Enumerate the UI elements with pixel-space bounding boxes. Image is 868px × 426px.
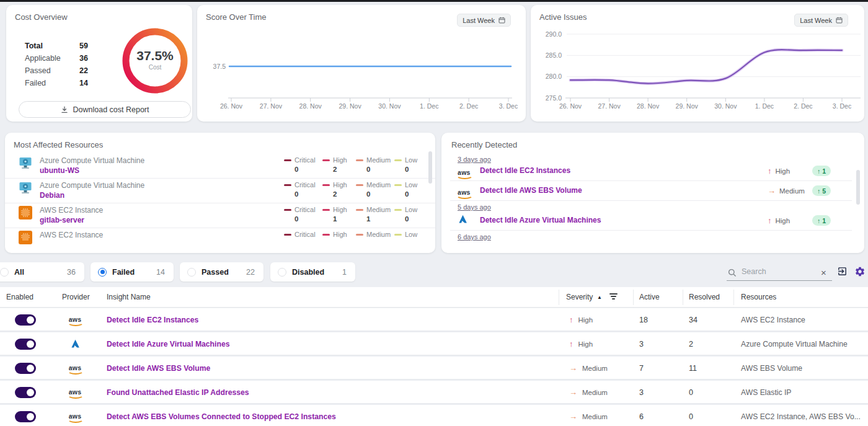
filter-passed[interactable]: Passed 22 [180, 262, 264, 282]
resource-name-link[interactable]: ubuntu-WS [40, 166, 79, 175]
delta-badge: ↑ 1 [812, 166, 831, 176]
col-resources: Resources [741, 293, 776, 301]
svg-text:37.5: 37.5 [213, 63, 226, 70]
filter-failed[interactable]: Failed 14 [91, 262, 174, 282]
svg-text:27. Nov: 27. Nov [260, 102, 283, 110]
download-cost-report-button[interactable]: Download cost Report [19, 101, 191, 118]
svg-text:275.0: 275.0 [546, 94, 562, 102]
delta-badge: ↑ 1 [812, 215, 831, 226]
svg-text:27. Nov: 27. Nov [598, 102, 621, 110]
aws-logo: aws [458, 186, 471, 199]
azure-vm-icon [19, 156, 32, 170]
high-dash [322, 159, 330, 161]
insight-link[interactable]: Detect AWS EBS Volumes Connected to Stop… [107, 412, 336, 421]
critical-dash [284, 159, 291, 161]
resource-row: AWS EC2 Instance gitlab-server Critical … [5, 203, 435, 228]
resource-row: Azure Compute Virtual Machine Debian Cri… [5, 179, 435, 203]
aws-logo: aws [458, 166, 471, 179]
enabled-toggle[interactable] [15, 339, 36, 350]
high-dash [322, 184, 330, 186]
svg-text:30. Nov: 30. Nov [714, 102, 737, 110]
column-filter-icon[interactable] [609, 293, 618, 301]
search-input[interactable] [740, 267, 808, 277]
stat-failed: Failed 14 [25, 77, 94, 89]
critical-dash [284, 184, 291, 186]
critical-dash [284, 234, 291, 236]
aws-ec2-icon [19, 206, 32, 220]
azure-vm-icon [19, 181, 32, 195]
gear-icon[interactable] [854, 266, 866, 280]
table-row: aws Detect Idle AWS EBS Volume → Medium … [0, 357, 868, 380]
col-insight: Insight Name [107, 293, 151, 301]
sort-ascending-icon[interactable]: ▲ [597, 295, 602, 300]
col-resolved: Resolved [689, 293, 720, 301]
age-link[interactable]: 6 days ago [458, 233, 491, 241]
download-icon [61, 106, 68, 113]
resource-name-link[interactable]: Debian [40, 191, 64, 200]
low-dash [394, 184, 402, 186]
table-row: Detect Idle Azure Virtual Machines ↑ Hig… [0, 332, 868, 356]
low-dash [394, 209, 402, 211]
filter-all[interactable]: All 36 [0, 262, 84, 282]
svg-text:290.0: 290.0 [546, 30, 562, 38]
severity-up-arrow: ↑ [569, 315, 574, 324]
svg-text:1. Dec: 1. Dec [755, 102, 774, 110]
resource-row: Azure Compute Virtual Machine ubuntu-WS … [5, 154, 435, 179]
age-link[interactable]: 5 days ago [458, 203, 491, 211]
radio-passed[interactable] [187, 268, 196, 277]
detected-insight-link[interactable]: Detect Idle AWS EBS Volume [480, 186, 582, 195]
severity-right-arrow: → [569, 388, 577, 397]
recently-detected-card: Recently Detected 3 days ago aws Detect … [441, 133, 864, 253]
aws-logo: aws [66, 362, 84, 375]
svg-text:29. Nov: 29. Nov [676, 102, 699, 110]
enabled-toggle[interactable] [15, 411, 36, 422]
clear-search-icon[interactable]: × [821, 267, 826, 278]
svg-text:26. Nov: 26. Nov [559, 102, 582, 110]
enabled-toggle[interactable] [15, 363, 36, 374]
resource-row: AWS EC2 Instance Critical High Medium Lo… [5, 228, 435, 253]
medium-dash [356, 234, 363, 236]
detected-insight-link[interactable]: Detect Idle Azure Virtual Machines [480, 216, 601, 224]
enabled-toggle[interactable] [15, 314, 36, 326]
col-enabled: Enabled [6, 293, 33, 301]
enabled-toggle[interactable] [15, 387, 36, 398]
detected-row: Detect Idle Azure Virtual Machines ↑ Hig… [450, 211, 852, 231]
severity-right-arrow: → [768, 186, 776, 195]
col-provider: Provider [62, 293, 90, 301]
insight-link[interactable]: Found Unattached Elastic IP Addresses [107, 388, 249, 397]
stat-passed: Passed 22 [25, 64, 94, 77]
resource-name-link[interactable]: gitlab-server [40, 216, 84, 224]
export-icon[interactable] [837, 266, 848, 279]
table-row: aws Found Unattached Elastic IP Addresse… [0, 381, 868, 404]
severity-up-arrow: ↑ [768, 166, 772, 175]
low-dash [394, 234, 402, 236]
severity-right-arrow: → [569, 363, 577, 373]
col-severity[interactable]: Severity [566, 293, 593, 301]
active-issues-line-chart: 275.0280.0285.0290.026. Nov27. Nov28. No… [531, 5, 864, 122]
radio-all[interactable] [0, 268, 9, 277]
detected-scrollbar[interactable] [856, 170, 860, 205]
filter-disabled[interactable]: Disabled 1 [270, 262, 355, 282]
medium-dash [356, 209, 363, 211]
azure-logo [458, 214, 468, 227]
insight-link[interactable]: Detect Idle Azure Virtual Machines [107, 340, 229, 348]
radio-disabled[interactable] [278, 268, 286, 277]
high-dash [322, 209, 330, 211]
svg-text:280.0: 280.0 [546, 73, 562, 80]
insight-link[interactable]: Detect Idle AWS EBS Volume [107, 364, 210, 373]
medium-dash [356, 184, 363, 186]
svg-text:285.0: 285.0 [546, 51, 562, 59]
svg-text:26. Nov: 26. Nov [220, 102, 243, 110]
svg-text:28. Nov: 28. Nov [299, 102, 322, 110]
radio-failed[interactable] [98, 268, 107, 277]
severity-up-arrow: ↑ [768, 216, 772, 225]
table-row: aws Detect Idle EC2 Instances ↑ High 18 … [0, 308, 868, 332]
svg-text:3. Dec: 3. Dec [499, 102, 518, 110]
score-over-time-card: Score Over Time Last Week 26. Nov27. Nov… [197, 5, 526, 122]
stat-applicable: Applicable 36 [25, 52, 94, 64]
affected-scrollbar[interactable] [428, 151, 432, 184]
recently-detected-title: Recently Detected [451, 140, 517, 149]
svg-text:2. Dec: 2. Dec [459, 102, 478, 110]
detected-insight-link[interactable]: Detect Idle EC2 Instances [480, 166, 570, 175]
insight-link[interactable]: Detect Idle EC2 Instances [107, 316, 198, 324]
